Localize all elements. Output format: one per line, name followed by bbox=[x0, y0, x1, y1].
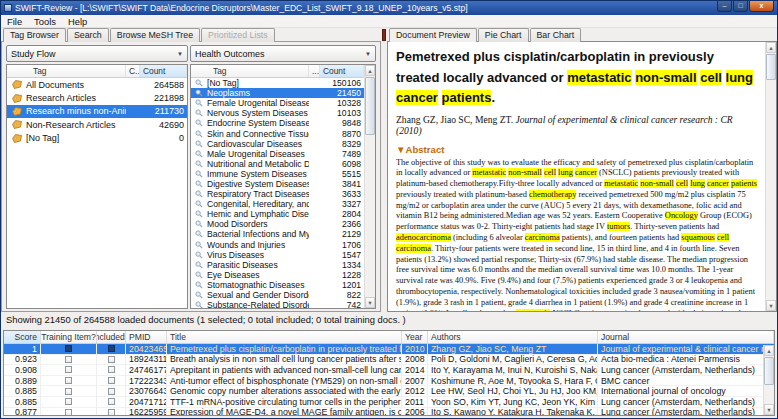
score-cell: 0.885 bbox=[4, 386, 41, 396]
health-outcomes-scrollbar[interactable]: ▲ ▼ bbox=[364, 65, 375, 308]
column-header-score[interactable]: Score bbox=[4, 331, 41, 343]
column-header-count[interactable]: Count bbox=[140, 65, 187, 77]
tab-search[interactable]: Search bbox=[67, 28, 109, 42]
health-outcomes-combobox[interactable]: Health Outcomes ▼ bbox=[190, 45, 376, 62]
tag-row[interactable]: Sexual and Gender Disorders822 bbox=[191, 290, 364, 300]
tag-row[interactable]: Research minus non-Animal211730 bbox=[7, 105, 187, 118]
training-checkbox[interactable] bbox=[65, 377, 72, 384]
tag-row[interactable]: Immune System Diseases5515 bbox=[191, 169, 364, 179]
menu-help[interactable]: Help bbox=[62, 16, 93, 27]
column-header-pmid[interactable]: PMID bbox=[126, 331, 167, 343]
tag-count: 1334 bbox=[320, 260, 364, 270]
tab-pie-chart[interactable]: Pie Chart bbox=[478, 28, 529, 42]
scrollbar-thumb[interactable] bbox=[764, 357, 774, 385]
scroll-down-icon[interactable]: ▼ bbox=[764, 404, 774, 415]
abstract-section-label[interactable]: ▼Abstract bbox=[396, 144, 760, 155]
column-header-authors[interactable]: Authors bbox=[428, 331, 598, 343]
scrollbar-thumb[interactable] bbox=[766, 54, 776, 80]
column-header-year[interactable]: Year bbox=[402, 331, 428, 343]
tag-row[interactable]: Mood Disorders2366 bbox=[191, 219, 364, 229]
column-header-c[interactable]: C... bbox=[126, 65, 140, 77]
tag-row[interactable]: Congenital, Hereditary, and Neo...3327 bbox=[191, 199, 364, 209]
tab-prioritized-lists[interactable]: Prioritized Lists bbox=[201, 28, 275, 42]
tab-bar-chart[interactable]: Bar Chart bbox=[530, 28, 582, 42]
tag-row[interactable]: Wounds and Injuries1706 bbox=[191, 240, 364, 250]
included-checkbox[interactable] bbox=[108, 409, 115, 416]
document-preview-scrollbar[interactable]: ▲ ▼ bbox=[765, 42, 776, 311]
training-checkbox[interactable] bbox=[65, 409, 72, 416]
tag-row[interactable]: [No Tag]0 bbox=[7, 132, 187, 145]
tag-row[interactable]: Parasitic Diseases1334 bbox=[191, 260, 364, 270]
tag-row[interactable]: Respiratory Tract Diseases3633 bbox=[191, 189, 364, 199]
training-checkbox[interactable] bbox=[65, 356, 72, 363]
menu-tools[interactable]: Tools bbox=[28, 16, 62, 27]
tab-document-preview[interactable]: Document Preview bbox=[389, 28, 477, 42]
document-row[interactable]: 0.90824746177Aprepitant in patients with… bbox=[4, 365, 774, 376]
tag-row[interactable]: All Documents264588 bbox=[7, 78, 187, 91]
document-row[interactable]: 0.87716225959Expression of MAGE-D4, a no… bbox=[4, 408, 774, 416]
pmid-cell: 23076643 bbox=[126, 386, 167, 396]
tag-row[interactable]: Non-Research Articles42690 bbox=[7, 118, 187, 131]
included-checkbox[interactable] bbox=[108, 377, 115, 384]
column-header-included[interactable]: Included? bbox=[97, 331, 126, 343]
scroll-up-icon[interactable]: ▲ bbox=[764, 345, 774, 356]
tag-row[interactable]: Hemic and Lymphatic Diseases2804 bbox=[191, 209, 364, 219]
document-row[interactable]: 0.88523076643Genomic copy number alterat… bbox=[4, 386, 774, 397]
tag-row[interactable]: Male Urogenital Diseases7489 bbox=[191, 149, 364, 159]
document-row[interactable]: 0.88520471712TTF-1 mRNA-positive circula… bbox=[4, 397, 774, 408]
tag-row[interactable]: Endocrine System Diseases9848 bbox=[191, 118, 364, 128]
tag-row[interactable]: [No Tag]150106 bbox=[191, 78, 364, 88]
tag-row[interactable]: Bacterial Infections and Mycoses2129 bbox=[191, 229, 364, 239]
swift-review-window: SWIFT-Review - [L:\SWIFT\SWIFT Data\Endo… bbox=[0, 0, 778, 419]
close-button[interactable]: x bbox=[749, 1, 774, 12]
tag-row[interactable]: Neoplasms21450 bbox=[191, 88, 364, 98]
tag-row[interactable]: Research Articles221898 bbox=[7, 91, 187, 104]
tag-row[interactable]: Virus Diseases1547 bbox=[191, 250, 364, 260]
column-header-title[interactable]: Title bbox=[167, 331, 402, 343]
included-checkbox[interactable] bbox=[108, 345, 115, 352]
tag-row[interactable]: Digestive System Diseases3841 bbox=[191, 179, 364, 189]
training-checkbox[interactable] bbox=[65, 345, 72, 352]
tab-tag-browser[interactable]: Tag Browser bbox=[3, 28, 66, 42]
tag-row[interactable]: Eye Diseases1228 bbox=[191, 270, 364, 280]
tag-row[interactable]: Substance-Related Disorders742 bbox=[191, 300, 364, 309]
column-header-tag[interactable]: Tag bbox=[191, 65, 309, 77]
tag-icon bbox=[7, 107, 26, 116]
column-header-journal[interactable]: Journal bbox=[598, 331, 774, 343]
tag-row[interactable]: Female Urogenital Diseases and...10328 bbox=[191, 98, 364, 108]
included-checkbox[interactable] bbox=[108, 388, 115, 395]
maximize-button[interactable]: □ bbox=[733, 1, 748, 12]
column-header-training-item[interactable]: Training Item? bbox=[41, 331, 97, 343]
scroll-down-icon[interactable]: ▼ bbox=[766, 300, 776, 311]
column-header-tag[interactable]: Tag bbox=[7, 65, 126, 77]
document-row[interactable]: 120423465Pemetrexed plus cisplatin/carbo… bbox=[4, 344, 774, 355]
document-row[interactable]: 0.92318924311Breath analysis in non smal… bbox=[4, 355, 774, 366]
tag-row[interactable]: Nervous System Diseases10103 bbox=[191, 108, 364, 118]
tag-row[interactable]: Skin and Connective Tissue Dise...8870 bbox=[191, 128, 364, 138]
column-header-blank[interactable]: ... bbox=[309, 65, 320, 77]
tag-row[interactable]: Cardiovascular Diseases8329 bbox=[191, 139, 364, 149]
search-icon bbox=[191, 210, 207, 218]
documents-table-scrollbar[interactable]: ▲ ▼ bbox=[763, 345, 774, 415]
training-checkbox[interactable] bbox=[65, 388, 72, 395]
tag-row[interactable]: Stomatognathic Diseases1201 bbox=[191, 280, 364, 290]
training-checkbox[interactable] bbox=[65, 366, 72, 373]
included-checkbox[interactable] bbox=[108, 366, 115, 373]
study-flow-combobox[interactable]: Study Flow ▼ bbox=[6, 45, 188, 62]
abstract-segment: . Thirty-seven patients had bbox=[630, 222, 719, 231]
authors-cell: Ito Y, Karayama M, Inui N, Kuroishi S, N… bbox=[428, 365, 598, 375]
scroll-up-icon[interactable]: ▲ bbox=[766, 42, 776, 53]
training-checkbox[interactable] bbox=[65, 398, 72, 405]
scroll-down-icon[interactable]: ▼ bbox=[365, 297, 375, 308]
tag-row[interactable]: Nutritional and Metabolic Diseas...6098 bbox=[191, 159, 364, 169]
menu-file[interactable]: File bbox=[1, 16, 28, 27]
scrollbar-thumb[interactable] bbox=[365, 77, 375, 135]
tab-browse-mesh-tree[interactable]: Browse MeSH Tree bbox=[110, 28, 200, 42]
included-checkbox[interactable] bbox=[108, 398, 115, 405]
document-row[interactable]: 0.88917222343Anti-tumor effect of bispho… bbox=[4, 376, 774, 387]
included-checkbox[interactable] bbox=[108, 356, 115, 363]
minimize-button[interactable]: – bbox=[717, 1, 732, 12]
scroll-up-icon[interactable]: ▲ bbox=[365, 65, 375, 76]
splitter-grip-icon[interactable] bbox=[382, 29, 386, 41]
column-header-count[interactable]: Count bbox=[320, 65, 364, 77]
